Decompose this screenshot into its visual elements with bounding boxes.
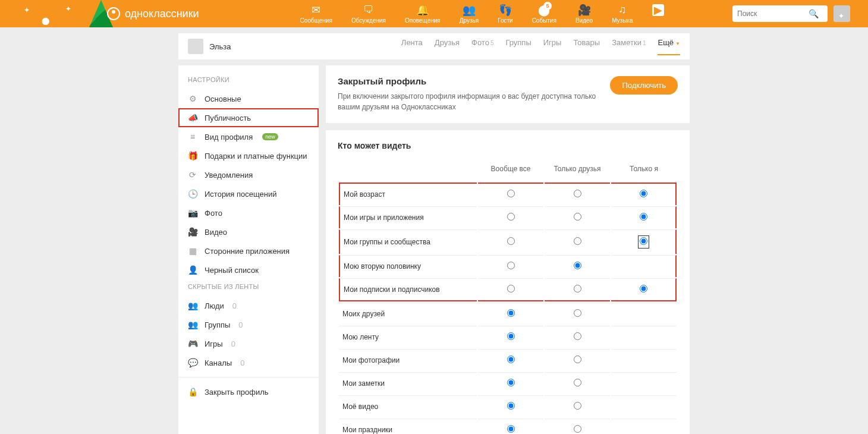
profile-name[interactable]: Эльза (209, 42, 231, 51)
privacy-radio[interactable] (574, 237, 581, 245)
privacy-radio[interactable] (507, 402, 515, 410)
privacy-radio[interactable] (640, 213, 647, 221)
nav-icon: ♫ (617, 4, 628, 16)
nav-item-2[interactable]: 🔔Оповещения (405, 4, 441, 24)
privacy-radio[interactable] (574, 262, 581, 269)
play-icon: ▶ (652, 4, 664, 16)
privacy-radio[interactable] (574, 285, 581, 293)
closed-profile-desc: При включении закрытого профиля информац… (338, 91, 610, 112)
privacy-radio[interactable] (574, 332, 581, 340)
row-label: Моих друзей (339, 303, 477, 325)
closed-profile-title: Закрытый профиль (338, 76, 610, 86)
side-count: 0 (231, 339, 235, 348)
profile-avatar[interactable] (188, 39, 203, 54)
main-content: Закрытый профиль При включении закрытого… (326, 65, 690, 434)
profile-tab-6[interactable]: Заметки1 (612, 38, 646, 55)
nav-item-5[interactable]: ⬤События5 (532, 4, 556, 24)
sidebar-hidden-item-0[interactable]: 👥Люди0 (178, 296, 319, 315)
profile-tab-3[interactable]: Группы (505, 38, 531, 55)
nav-item-3[interactable]: 👥Друзья (460, 4, 479, 24)
side-count: 0 (232, 301, 237, 310)
sidebar-hidden-item-2[interactable]: 🎮Игры0 (178, 334, 319, 353)
sidebar-item-0[interactable]: ⚙Основные (178, 89, 319, 108)
sidebar-item-lock-profile[interactable]: 🔒 Закрыть профиль (178, 382, 319, 401)
profile-tab-1[interactable]: Друзья (435, 38, 460, 55)
privacy-radio[interactable] (574, 425, 581, 433)
privacy-table: Вообще всеТолько друзьяТолько я Мой возр… (338, 159, 678, 434)
sidebar-item-5[interactable]: 🕒История посещений (178, 184, 319, 203)
side-icon: 👤 (188, 265, 197, 275)
privacy-radio[interactable] (640, 285, 647, 293)
sidebar-item-9[interactable]: 👤Черный список (178, 260, 319, 279)
privacy-row: Мои подписки и подписчиков (339, 278, 677, 301)
privacy-radio[interactable] (507, 379, 515, 386)
nav-item-1[interactable]: 🗨Обсуждения (351, 4, 386, 24)
privacy-row: Мои игры и приложения (339, 206, 677, 228)
nav-badge: 5 (543, 2, 552, 10)
sidebar-item-1[interactable]: 📣Публичность (178, 108, 319, 127)
side-icon: 💬 (188, 358, 197, 367)
nav-icon: 🎥 (578, 4, 590, 16)
privacy-row: Мой возраст (339, 183, 677, 205)
privacy-radio[interactable] (574, 309, 581, 317)
side-icon: ⚙ (188, 94, 197, 103)
sidebar-title-hidden: СКРЫТЫЕ ИЗ ЛЕНТЫ (178, 279, 319, 296)
privacy-radio[interactable] (574, 379, 581, 386)
who-can-see-title: Кто может видеть (338, 141, 678, 150)
profile-tab-7[interactable]: Ещё▼ (658, 38, 680, 55)
privacy-radio[interactable] (507, 237, 515, 245)
sidebar-item-6[interactable]: 📷Фото (178, 203, 319, 222)
privacy-radio[interactable] (640, 190, 647, 197)
privacy-row: Моих друзей (339, 303, 677, 325)
sidebar-hidden-item-3[interactable]: 💬Каналы0 (178, 353, 319, 372)
privacy-radio[interactable] (574, 213, 581, 221)
sidebar-item-8[interactable]: ▦Сторонние приложения (178, 241, 319, 260)
row-label: Мою ленту (339, 326, 477, 348)
sidebar-item-4[interactable]: ⟳Уведомления (178, 165, 319, 184)
nav-item-6[interactable]: 🎥Видео (575, 4, 593, 24)
privacy-radio[interactable] (574, 402, 581, 410)
privacy-radio[interactable] (507, 190, 515, 197)
sidebar-title-settings: НАСТРОЙКИ (178, 73, 319, 89)
privacy-radio[interactable] (640, 237, 647, 245)
new-badge: new (262, 133, 278, 140)
side-icon: ≡ (188, 132, 197, 141)
profile-tab-2[interactable]: Фото5 (471, 38, 493, 55)
profile-tab-5[interactable]: Товары (573, 38, 600, 55)
row-label: Мои группы и сообщества (339, 229, 477, 254)
privacy-radio[interactable] (507, 332, 515, 340)
sidebar-item-3[interactable]: 🎁Подарки и платные функции (178, 146, 319, 165)
connect-button[interactable]: Подключить (610, 76, 678, 95)
privacy-radio[interactable] (507, 425, 515, 433)
profile-tab-0[interactable]: Лента (401, 38, 423, 55)
privacy-radio[interactable] (507, 213, 515, 221)
closed-profile-card: Закрытый профиль При включении закрытого… (326, 65, 690, 123)
privacy-radio[interactable] (507, 262, 515, 269)
nav-icon: 🔔 (417, 4, 429, 16)
profile-tab-4[interactable]: Игры (543, 38, 562, 55)
nav-item-7[interactable]: ♫Музыка (612, 4, 633, 24)
privacy-radio[interactable] (507, 285, 515, 293)
sidebar-item-label: Сторонние приложения (205, 247, 290, 256)
privacy-radio[interactable] (507, 356, 515, 363)
privacy-row: Мои праздники (339, 419, 677, 434)
search-icon[interactable]: 🔍 (809, 9, 819, 18)
site-logo[interactable]: одноклассники (107, 7, 199, 20)
row-label: Мои заметки (339, 372, 477, 394)
sidebar-hidden-item-1[interactable]: 👥Группы0 (178, 315, 319, 334)
side-icon: 👥 (188, 301, 197, 310)
side-icon: 👥 (188, 320, 197, 329)
sidebar-item-7[interactable]: 🎥Видео (178, 222, 319, 241)
sidebar-item-2[interactable]: ≡Вид профиляnew (178, 127, 319, 146)
privacy-radio[interactable] (574, 356, 581, 363)
sidebar-item-label: Публичность (205, 114, 251, 122)
search-box[interactable]: 🔍 (732, 5, 828, 22)
privacy-radio[interactable] (574, 190, 581, 197)
top-header: ✦ ✦ ⬤ одноклассники ✉Сообщения🗨Обсуждени… (0, 0, 868, 27)
nav-item-4[interactable]: 👣Гости (498, 4, 512, 24)
privacy-row: Мою ленту (339, 326, 677, 348)
row-label: Мои праздники (339, 419, 477, 434)
nav-play[interactable]: ▶ (652, 4, 664, 24)
privacy-radio[interactable] (507, 309, 515, 317)
nav-item-0[interactable]: ✉Сообщения (300, 4, 332, 24)
